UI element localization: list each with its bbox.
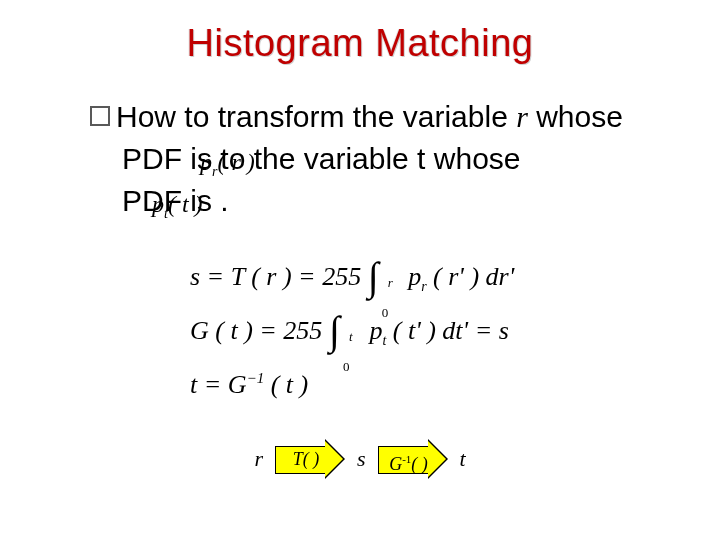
flow-arrow-T: T( ) xyxy=(275,440,345,478)
pdf-is-r-wrap: PDF is pr( r ) xyxy=(122,138,212,180)
bullet-line-2b: to the variable t whose xyxy=(212,142,521,175)
bullet-line-1a: How to transform the variable xyxy=(116,100,516,133)
eq3-a: t = G xyxy=(190,370,247,399)
eq1-pr: pr ( r' ) dr' xyxy=(408,262,514,291)
flow-gparen: ( ) xyxy=(411,454,428,474)
eq2-p: p xyxy=(369,316,382,345)
eq3-b: ( t ) xyxy=(264,370,308,399)
pdf-is-t-wrap: PDF is pt( t ) xyxy=(122,180,212,222)
pr-p: p xyxy=(200,149,212,175)
eq1-int-top: r xyxy=(388,256,393,310)
variable-r: r xyxy=(516,100,528,133)
flow-var-r: r xyxy=(254,446,263,472)
eq1-p: p xyxy=(408,262,421,291)
eq3-sup: −1 xyxy=(247,370,265,386)
eq2-lhs: G ( t ) = 255 xyxy=(190,316,322,345)
eq2-pt: pt ( t' ) dt' = s xyxy=(369,316,508,345)
eq2-integral-icon: ∫ t 0 xyxy=(329,304,363,358)
bullet-line-1b: whose xyxy=(528,100,623,133)
slide-title: Histogram Matching xyxy=(0,22,720,65)
pr-expression: pr( r ) xyxy=(200,146,255,181)
pt-expression: pt( t ) xyxy=(152,188,203,223)
eq1-rest: ( r' ) dr' xyxy=(427,262,515,291)
pt-paren: ( t ) xyxy=(168,191,203,217)
flow-label-T: T( ) xyxy=(275,440,337,478)
equation-2: G ( t ) = 255 ∫ t 0 pt ( t' ) dt' = s xyxy=(190,304,620,358)
slide: Histogram Matching How to transform the … xyxy=(0,0,720,540)
equation-1: s = T ( r ) = 255 ∫ r 0 pr ( r' ) dr' xyxy=(190,250,620,304)
flow-g: G xyxy=(389,454,402,474)
bullet-line-3: PDF is pt( t ) . xyxy=(90,180,640,222)
bullet-line-1: How to transform the variable r whose xyxy=(90,96,640,138)
equations-block: s = T ( r ) = 255 ∫ r 0 pr ( r' ) dr' G … xyxy=(190,250,620,398)
pdf-is-text-1: PDF is xyxy=(122,142,212,175)
eq2-rest: ( t' ) dt' = s xyxy=(386,316,509,345)
equation-3: t = G−1 ( t ) xyxy=(190,358,620,398)
bullet-marker-icon xyxy=(90,106,110,126)
eq2-int-top: t xyxy=(349,310,353,364)
eq1-integral-icon: ∫ r 0 xyxy=(368,250,402,304)
flow-label-Ginv: G-1( ) xyxy=(378,440,440,478)
pt-p: p xyxy=(152,191,164,217)
flow-var-t: t xyxy=(460,446,466,472)
flow-arrow-Ginv: G-1( ) xyxy=(378,440,448,478)
bullet-line-3b: . xyxy=(212,184,229,217)
transform-flow: r T( ) s G-1( ) t xyxy=(0,440,720,478)
eq1-lhs: s = T ( r ) = 255 xyxy=(190,262,361,291)
flow-gsup: -1 xyxy=(402,453,411,465)
pr-paren: ( r ) xyxy=(217,149,254,175)
bullet-line-2: PDF is pr( r ) to the variable t whose xyxy=(90,138,640,180)
bullet-text: How to transform the variable r whose PD… xyxy=(90,96,640,222)
flow-var-s: s xyxy=(357,446,366,472)
